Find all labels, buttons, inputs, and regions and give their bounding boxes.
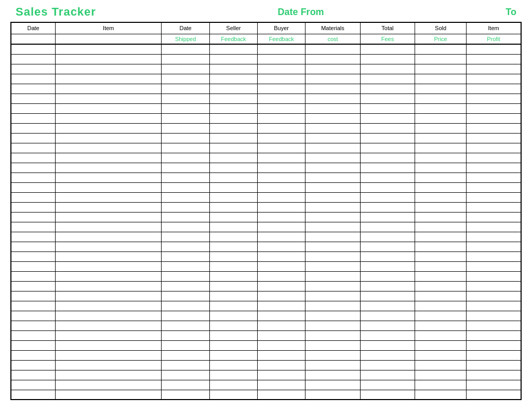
table-cell [415, 212, 467, 222]
table-cell [466, 321, 521, 330]
table-cell [56, 350, 162, 360]
table-cell [258, 380, 305, 390]
table-cell [11, 44, 56, 54]
table-cell [360, 281, 415, 291]
table-cell [415, 370, 467, 380]
column-header-row-2: Shipped Feedback Feedback cost Fees Pric… [11, 34, 521, 44]
table-row [11, 202, 521, 212]
table-cell [56, 242, 162, 251]
table-cell [466, 251, 521, 261]
table-cell [56, 261, 162, 271]
col-item-header: Item [56, 22, 162, 34]
col-cost-header: cost [305, 34, 360, 44]
table-cell [360, 94, 415, 103]
col-seller-header: Seller [209, 22, 257, 34]
table-row [11, 232, 521, 242]
table-cell [466, 64, 521, 74]
table-cell [360, 163, 415, 173]
table-row [11, 94, 521, 103]
table-cell [305, 123, 360, 133]
table-cell [209, 291, 257, 301]
table-cell [415, 222, 467, 232]
table-cell [466, 212, 521, 222]
table-cell [209, 390, 257, 400]
table-cell [415, 192, 467, 202]
table-cell [56, 64, 162, 74]
table-cell [258, 143, 305, 153]
column-header-row-1: Date Item Date Seller Buyer Materials To… [11, 22, 521, 34]
table-cell [360, 271, 415, 281]
table-cell [305, 311, 360, 321]
date-to-label: To [506, 7, 516, 18]
table-row [11, 370, 521, 380]
table-cell [209, 64, 257, 74]
table-cell [360, 360, 415, 370]
table-row [11, 173, 521, 182]
table-cell [305, 74, 360, 84]
table-cell [258, 212, 305, 222]
table-cell [11, 123, 56, 133]
table-cell [162, 202, 209, 212]
date-from-label: Date From [278, 7, 324, 18]
table-cell [466, 390, 521, 400]
table-cell [258, 113, 305, 123]
table-cell [56, 74, 162, 84]
table-cell [360, 350, 415, 360]
table-cell [305, 103, 360, 113]
table-cell [305, 340, 360, 350]
col-buyer-header: Buyer [258, 22, 305, 34]
table-cell [258, 242, 305, 251]
col-date-shipped-header: Date [162, 22, 209, 34]
table-cell [305, 390, 360, 400]
table-cell [466, 261, 521, 271]
table-cell [360, 153, 415, 163]
table-cell [415, 251, 467, 261]
table-cell [415, 301, 467, 311]
table-cell [162, 74, 209, 84]
table-row [11, 143, 521, 153]
table-cell [305, 232, 360, 242]
table-cell [11, 94, 56, 103]
table-cell [415, 330, 467, 340]
table-cell [466, 301, 521, 311]
table-body [11, 44, 521, 400]
table-cell [415, 133, 467, 143]
table-cell [360, 301, 415, 311]
table-cell [258, 291, 305, 301]
table-cell [360, 113, 415, 123]
table-cell [305, 212, 360, 222]
table-cell [11, 153, 56, 163]
table-cell [56, 202, 162, 212]
table-cell [11, 380, 56, 390]
table-cell [162, 311, 209, 321]
table-cell [162, 251, 209, 261]
table-cell [11, 54, 56, 64]
table-cell [258, 182, 305, 192]
table-cell [305, 222, 360, 232]
table-cell [56, 360, 162, 370]
table-cell [415, 340, 467, 350]
table-cell [305, 360, 360, 370]
table-cell [209, 54, 257, 64]
table-cell [11, 330, 56, 340]
table-cell [56, 133, 162, 143]
table-cell [162, 192, 209, 202]
table-cell [415, 360, 467, 370]
table-cell [466, 360, 521, 370]
table-cell [415, 113, 467, 123]
col-price-header: Price [415, 34, 467, 44]
table-cell [209, 173, 257, 182]
table-cell [360, 340, 415, 350]
table-cell [305, 321, 360, 330]
table-row [11, 311, 521, 321]
table-cell [305, 350, 360, 360]
table-cell [466, 271, 521, 281]
table-cell [209, 163, 257, 173]
table-cell [258, 64, 305, 74]
table-cell [415, 94, 467, 103]
table-cell [466, 380, 521, 390]
table-cell [209, 311, 257, 321]
table-cell [466, 84, 521, 94]
table-cell [305, 113, 360, 123]
table-cell [415, 153, 467, 163]
